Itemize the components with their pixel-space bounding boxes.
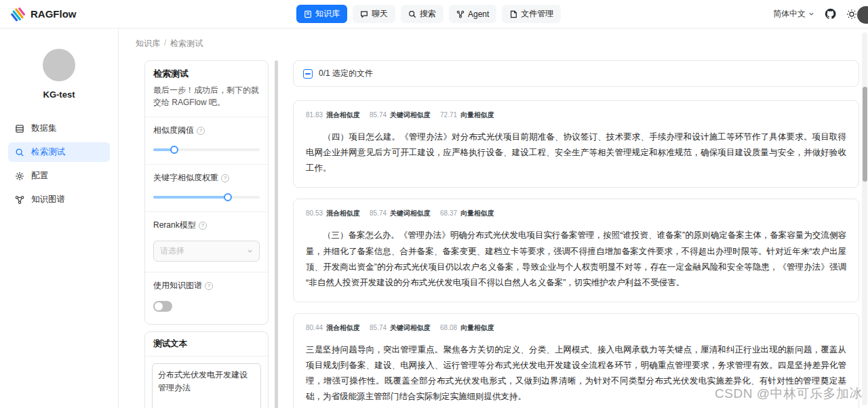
nav-search[interactable]: 搜索 [401,5,443,23]
slider-handle[interactable] [170,146,178,154]
agent-icon [456,10,465,18]
chevron-down-icon [808,11,814,17]
retrieval-testing-icon [15,148,24,157]
score-row: 80.44混合相似度 85.74关键词相似度 68.08向量相似度 [306,323,846,333]
select-all-checkbox[interactable] [303,69,313,79]
file-selection-bar: 0/1 选定的文件 [293,60,859,87]
rerank-model-section: Rerank模型 请选择 [145,211,268,272]
test-text-card: 测试文本 分布式光伏发电开发建设管理办法 测试 [144,331,269,408]
info-icon [205,282,213,290]
info-icon [221,174,229,182]
breadcrumb-current: 检索测试 [170,38,203,49]
panel-title: 检索测试 [153,68,260,80]
sidebar-item-configuration[interactable]: 配置 [8,166,110,186]
knowledge-base-icon [304,10,312,18]
nav-knowledge-base[interactable]: 知识库 [296,5,347,23]
result-card: 80.44混合相似度 85.74关键词相似度 68.08向量相似度 三是坚持问题… [293,313,859,408]
similarity-threshold-section: 相似度阈值 [145,117,268,164]
results-panel: 0/1 选定的文件 81.83混合相似度 85.74关键词相似度 72.71向量… [293,60,859,408]
breadcrumb: 知识库 / 检索测试 [136,38,868,49]
user-avatar[interactable] [857,6,868,24]
use-knowledge-graph-toggle[interactable] [153,301,172,312]
test-text-header: 测试文本 [145,332,268,356]
main-nav: 知识库 聊天 搜索 Ag [296,5,561,23]
similarity-threshold-slider[interactable] [153,146,260,154]
file-icon [509,10,517,18]
breadcrumb-kb-link[interactable]: 知识库 [136,38,160,49]
test-text-input[interactable]: 分布式光伏发电开发建设管理办法 [152,363,261,408]
slider-handle[interactable] [224,193,232,201]
chunk-text: （三）备案怎么办。《管理办法》明确分布式光伏发电项目实行备案管理，按照“谁投资、… [306,228,846,291]
retrieval-config-panel: 检索测试 最后一步！成功后，剩下的就交给 RAGFlow 吧。 相似度阈值 [144,60,269,408]
kb-sidebar: KG-test 数据集 检索测试 [0,28,119,408]
results-scrollbar-thumb[interactable] [863,87,867,182]
score-row: 81.83混合相似度 85.74关键词相似度 72.71向量相似度 [306,110,846,120]
kb-avatar [43,49,75,81]
chunk-text: 三是坚持问题导向，突出管理重点。聚焦各方关切的定义、分类、上网模式、接入电网承载… [306,342,846,405]
brand-name: RAGFlow [31,8,77,20]
selection-count: 0/1 选定的文件 [319,68,373,79]
ragflow-logo-icon [11,7,26,22]
dataset-icon [15,124,24,134]
result-card: 81.83混合相似度 85.74关键词相似度 72.71向量相似度 （四）项目怎… [293,100,859,188]
info-icon [199,222,207,230]
navbar-right: 简体中文 [773,8,857,20]
main-content: 知识库 / 检索测试 检索测试 最后一步！成功后，剩下的就交给 RAGFlow … [119,28,868,408]
info-icon [197,127,205,135]
search-icon [408,10,416,18]
panel-subtitle: 最后一步！成功后，剩下的就交给 RAGFlow 吧。 [153,84,260,108]
keyword-weight-slider[interactable] [153,193,260,201]
brand: RAGFlow [11,7,77,22]
kb-menu: 数据集 检索测试 [0,119,118,209]
rerank-model-select[interactable]: 请选择 [153,241,260,262]
gear-icon [15,171,24,181]
keyword-weight-section: 关键字相似度权重 [145,164,268,211]
language-selector[interactable]: 简体中文 [773,8,814,20]
kb-name: KG-test [0,89,118,100]
knowledge-graph-icon [15,195,24,205]
chat-icon [360,10,368,18]
chevron-down-icon [247,248,253,254]
nav-chat[interactable]: 聊天 [353,5,395,23]
knowledge-graph-section: 使用知识图谱 [145,272,268,324]
chunk-text: （四）项目怎么建。《管理办法》对分布式光伏项目前期准备、协议签订、技术要求、手续… [306,129,846,176]
score-row: 80.53混合相似度 85.74关键词相似度 68.37向量相似度 [306,209,846,218]
result-card: 80.53混合相似度 85.74关键词相似度 68.37向量相似度 （三）备案怎… [293,199,859,302]
top-navbar: RAGFlow 知识库 聊天 搜索 [0,0,868,28]
sidebar-item-knowledge-graph[interactable]: 知识图谱 [8,190,110,209]
github-icon[interactable] [825,8,836,20]
nav-file-management[interactable]: 文件管理 [502,5,561,23]
panel-scrollbar[interactable] [275,60,278,408]
theme-toggle-icon[interactable] [846,9,857,20]
sidebar-item-retrieval-testing[interactable]: 检索测试 [8,142,110,162]
sidebar-item-dataset[interactable]: 数据集 [8,119,110,138]
nav-agent[interactable]: Agent [449,5,496,23]
